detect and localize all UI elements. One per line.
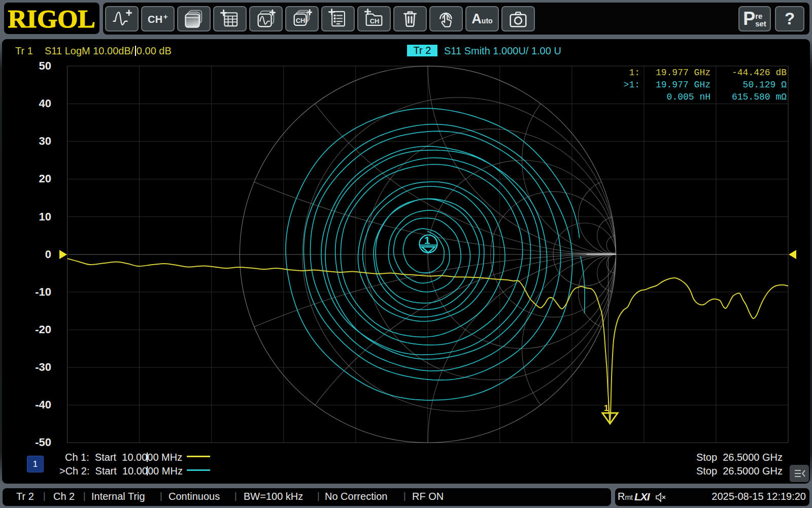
svg-text:CH: CH bbox=[370, 17, 380, 25]
svg-text:CH: CH bbox=[296, 17, 306, 24]
